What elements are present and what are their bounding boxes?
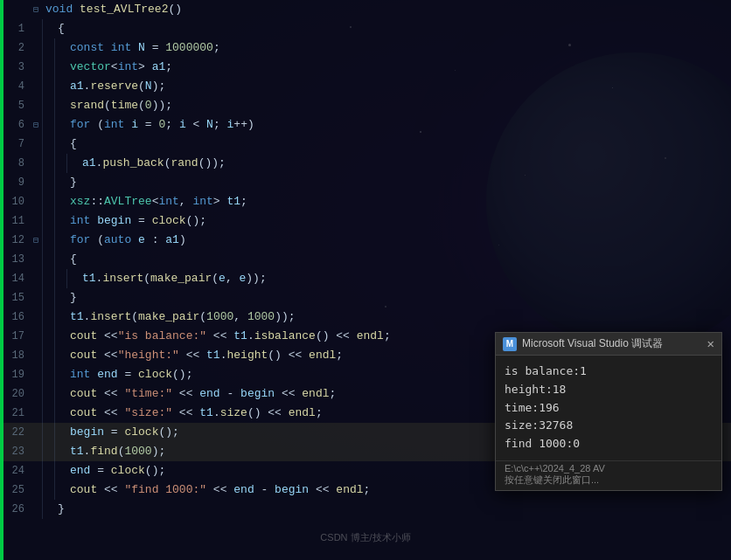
code-tokens: begin = clock(); [66, 423, 179, 442]
line-number: 18 [3, 349, 30, 362]
code-line-9: 8 a1.push_back(rand()); [3, 154, 731, 173]
line-number: 6 [3, 119, 30, 131]
code-line-16: 15 } [3, 288, 731, 308]
console-line-2: height:18 [505, 381, 713, 399]
code-line-15: 14 t1.insert(make_pair(e, e)); [3, 269, 731, 288]
line-number: 13 [3, 253, 30, 266]
indent-guides [42, 404, 66, 423]
console-footer-path: E:\c\c++\2024_4_28 AV [505, 463, 713, 474]
indent-guides [42, 288, 66, 308]
indent-guides [42, 250, 66, 269]
console-footer: E:\c\c++\2024_4_28 AV 按任意键关闭此窗口... [496, 460, 721, 490]
indent-guides [42, 115, 66, 135]
line-number: 9 [3, 176, 30, 189]
indent-guides [42, 327, 66, 346]
code-tokens: t1.insert(make_pair(1000, 1000)); [66, 308, 296, 327]
console-footer-hint: 按任意键关闭此窗口... [505, 474, 713, 487]
code-line-4: 3 vector<int> a1; [3, 58, 731, 77]
line-number: 10 [3, 196, 30, 208]
line-number: 24 [3, 465, 30, 477]
code-tokens: vector<int> a1; [66, 58, 172, 77]
indent-guides [42, 173, 66, 192]
indent-guides [42, 231, 66, 250]
console-close-button[interactable]: ✕ [707, 336, 714, 351]
line-number: 14 [3, 273, 30, 285]
console-title-left: M Microsoft Visual Studio 调试器 [503, 336, 663, 351]
line-number: 8 [3, 157, 30, 169]
indent-guides [42, 346, 66, 365]
code-line-1: ⊟void test_AVLTree2() [3, 0, 731, 19]
fold-icon[interactable]: ⊟ [30, 120, 42, 130]
code-tokens: int end = clock(); [66, 365, 192, 384]
code-line-12: 11 int begin = clock(); [3, 211, 731, 231]
code-line-6: 5 srand(time(0)); [3, 96, 731, 115]
code-tokens: t1.insert(make_pair(e, e)); [79, 269, 267, 288]
code-line-8: 7 { [3, 135, 731, 154]
fold-icon[interactable]: ⊟ [30, 235, 42, 245]
console-line-3: time:196 [505, 399, 713, 418]
indent-guides [42, 308, 66, 327]
indent-guides [42, 211, 66, 231]
line-number: 17 [3, 330, 30, 342]
line-number: 7 [3, 138, 30, 150]
line-number: 5 [3, 100, 30, 112]
indent-guides [42, 365, 66, 384]
line-number: 1 [3, 23, 30, 35]
indent-guides [42, 192, 66, 211]
line-number: 4 [3, 80, 30, 93]
line-number: 19 [3, 369, 30, 381]
indent-guides [42, 480, 66, 500]
code-tokens: { [54, 19, 65, 38]
watermark: CSDN 博主/技术小师 [320, 531, 410, 544]
vs-icon: M [503, 337, 517, 351]
code-line-10: 9 } [3, 173, 731, 192]
indent-guides [42, 19, 54, 38]
line-number: 11 [3, 215, 30, 227]
code-tokens: } [66, 288, 77, 308]
code-tokens: { [66, 135, 77, 154]
fold-icon[interactable]: ⊟ [30, 4, 42, 15]
line-number: 20 [3, 388, 30, 400]
code-line-3: 2 const int N = 1000000; [3, 38, 731, 58]
line-number: 2 [3, 42, 30, 54]
indent-guides [42, 38, 66, 58]
indent-guides [42, 135, 66, 154]
indent-guides [42, 58, 66, 77]
console-titlebar: M Microsoft Visual Studio 调试器 ✕ [496, 333, 721, 356]
code-tokens: { [66, 250, 77, 269]
line-number: 23 [3, 446, 30, 458]
indent-guides [42, 384, 66, 404]
code-line-5: 4 a1.reserve(N); [3, 77, 731, 96]
line-number: 21 [3, 407, 30, 419]
code-line-7: 6⊟for (int i = 0; i < N; i++) [3, 115, 731, 135]
indent-guides [42, 442, 66, 461]
code-line-27: 26 } [3, 500, 731, 519]
code-tokens: for (int i = 0; i < N; i++) [66, 115, 254, 135]
indent-guides [42, 269, 79, 288]
code-tokens: const int N = 1000000; [66, 38, 220, 58]
code-tokens: a1.push_back(rand()); [79, 154, 226, 173]
code-tokens: void test_AVLTree2() [42, 0, 182, 19]
indent-guides [42, 500, 54, 519]
code-tokens: xsz::AVLTree<int, int> t1; [66, 192, 247, 211]
line-number: 22 [3, 426, 30, 439]
code-tokens: cout <<"height:" << t1.height() << endl; [66, 346, 343, 365]
console-line-4: size:32768 [505, 417, 713, 435]
indent-guides [42, 461, 66, 480]
code-tokens: a1.reserve(N); [66, 77, 165, 96]
code-tokens: cout << "find 1000:" << end - begin << e… [66, 480, 370, 500]
line-number: 25 [3, 484, 30, 496]
code-line-14: 13 { [3, 250, 731, 269]
code-tokens: int begin = clock(); [66, 211, 206, 231]
code-line-2: 1 { [3, 19, 731, 38]
console-line-1: is balance:1 [505, 363, 713, 381]
console-body: is balance:1 height:18 time:196 size:327… [496, 356, 721, 460]
line-number: 16 [3, 311, 30, 323]
code-tokens: srand(time(0)); [66, 96, 172, 115]
code-tokens: } [66, 173, 77, 192]
line-number: 26 [3, 503, 30, 515]
indent-guides [42, 154, 79, 173]
code-line-13: 12⊟for (auto e : a1) [3, 231, 731, 250]
console-title-text: Microsoft Visual Studio 调试器 [522, 336, 663, 351]
indent-guides [42, 423, 66, 442]
